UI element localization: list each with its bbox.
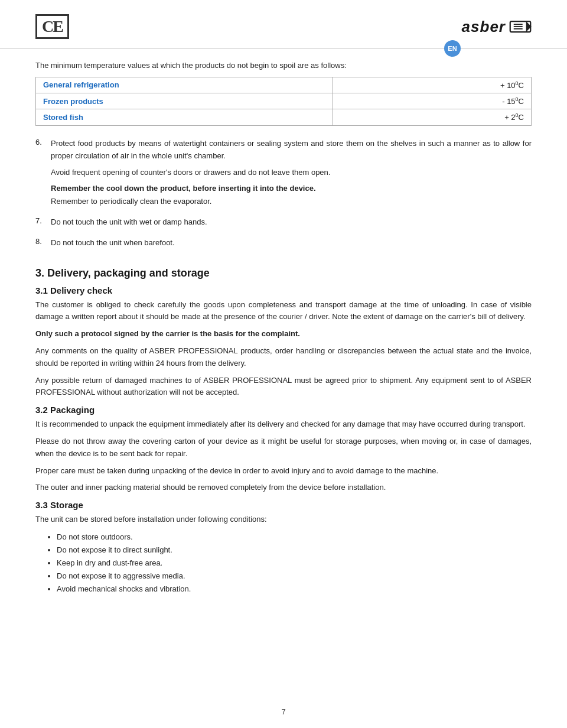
header: CE asber (0, 0, 567, 49)
subsection-32-para1: It is recommended to unpack the equipmen… (35, 418, 532, 431)
list-item: Do not store outdoors. (57, 531, 532, 544)
point-6-line2: Avoid frequent opening of counter's door… (51, 167, 532, 179)
intro-text: The minimum temperature values at which … (35, 60, 532, 72)
point-6-number: 6. (35, 138, 46, 213)
subsection-32-para3: Proper care must be taken during unpacki… (35, 465, 532, 477)
point-7: 7. Do not touch the unit with wet or dam… (35, 216, 532, 233)
en-badge: EN (444, 40, 461, 57)
point-6: 6. Protect food products by means of wat… (35, 138, 532, 213)
asber-logo: asber (462, 18, 532, 36)
table-row: Frozen products - 150C (36, 93, 532, 109)
subsection-32-para4: The outer and inner packing material sho… (35, 482, 532, 494)
table-row: Stored fish + 20C (36, 109, 532, 125)
temp-value-3: + 20C (333, 109, 532, 125)
point-6-line3: Remember to periodically clean the evapo… (51, 196, 532, 208)
page: CE asber EN The minimum temperature valu… (0, 0, 567, 728)
main-content: The minimum temperature values at which … (0, 49, 567, 619)
subsection-31-bold: Only such a protocol signed by the carri… (35, 328, 532, 340)
temp-label-2: Frozen products (36, 93, 333, 109)
point-8-text: Do not touch the unit when barefoot. (51, 237, 175, 249)
asber-name: asber (462, 18, 506, 36)
list-item: Do not expose it to direct sunlight. (57, 544, 532, 557)
section-3-heading: 3. Delivery, packaging and storage (35, 267, 532, 280)
subsection-33-heading: 3.3 Storage (35, 500, 532, 510)
temp-value-2: - 150C (333, 93, 532, 109)
point-8: 8. Do not touch the unit when barefoot. (35, 237, 532, 254)
point-6-content: Protect food products by means of watert… (51, 138, 532, 213)
subsection-31-para1: The customer is obliged to check careful… (35, 299, 532, 324)
ce-logo: CE (35, 14, 69, 39)
temp-label-3: Stored fish (36, 109, 333, 125)
storage-bullet-list: Do not store outdoors. Do not expose it … (57, 531, 532, 596)
list-item: Avoid mechanical shocks and vibration. (57, 583, 532, 596)
subsection-33-intro: The unit can be stored before installati… (35, 514, 532, 526)
point-7-number: 7. (35, 216, 46, 233)
subsection-31-heading: 3.1 Delivery check (35, 285, 532, 295)
point-6-bold: Remember the cool down the product, befo… (51, 184, 532, 193)
temp-label-1: General refrigeration (36, 77, 333, 93)
subsection-31-para2: Any comments on the quality of ASBER PRO… (35, 345, 532, 370)
list-item: Do not expose it to aggressive media. (57, 570, 532, 583)
list-item: Keep in dry and dust-free area. (57, 557, 532, 570)
table-row: General refrigeration + 100C (36, 77, 532, 93)
temperature-table: General refrigeration + 100C Frozen prod… (35, 77, 532, 126)
subsection-32-para2: Please do not throw away the covering ca… (35, 436, 532, 460)
subsection-31-para3: Any possible return of damaged machines … (35, 375, 532, 399)
subsection-32-heading: 3.2 Packaging (35, 405, 532, 415)
point-6-text: Protect food products by means of watert… (51, 138, 532, 162)
point-8-number: 8. (35, 237, 46, 254)
temp-value-1: + 100C (333, 77, 532, 93)
point-7-text: Do not touch the unit with wet or damp h… (51, 216, 207, 229)
asber-icon (509, 18, 532, 35)
page-number: 7 (281, 707, 285, 716)
